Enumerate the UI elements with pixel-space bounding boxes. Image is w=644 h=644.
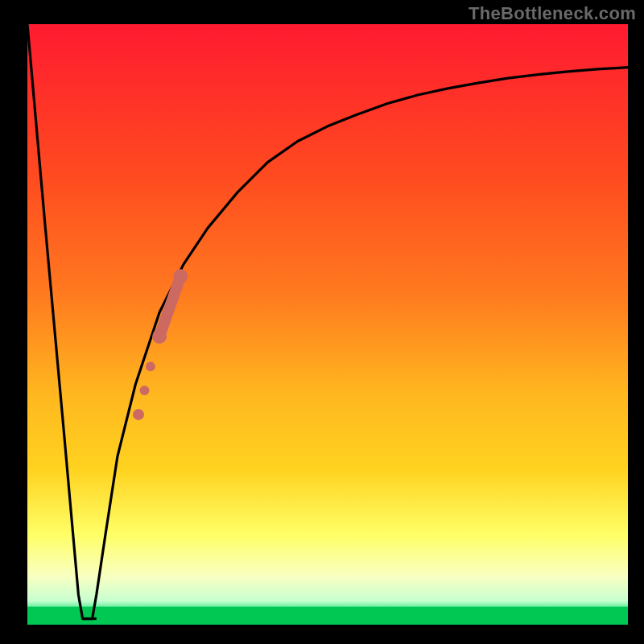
- marker-dot: [146, 361, 155, 371]
- marker-dot: [133, 409, 144, 420]
- chart-stage: TheBottleneck.com: [0, 0, 644, 644]
- marker-dot: [173, 269, 188, 283]
- attribution-text: TheBottleneck.com: [469, 3, 636, 24]
- marker-dot: [139, 386, 149, 395]
- marker-dot: [152, 329, 167, 344]
- bottleneck-chart: [0, 0, 644, 644]
- green-band: [27, 607, 628, 625]
- gradient-background: [27, 24, 628, 625]
